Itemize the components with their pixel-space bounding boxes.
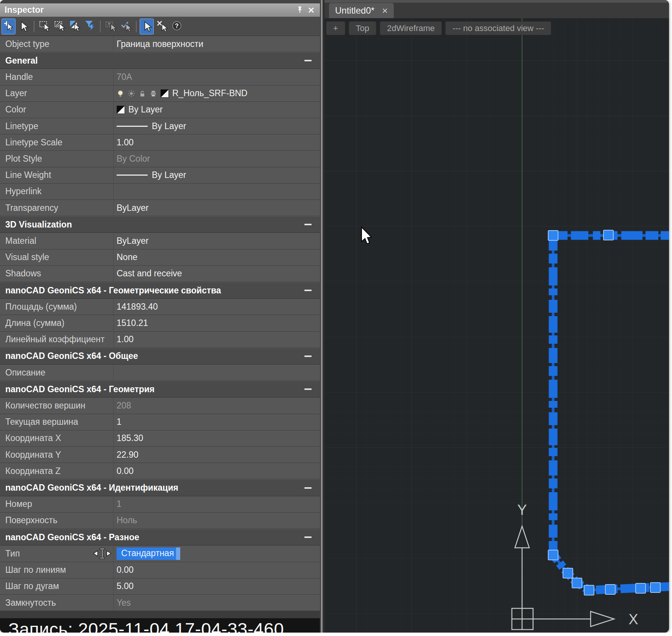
property-value[interactable]: 0.00 — [114, 463, 320, 479]
property-value[interactable]: None — [114, 249, 320, 265]
invert-selection-tool-button[interactable] — [68, 19, 82, 34]
grip-handle[interactable] — [605, 585, 615, 594]
grip-handle[interactable] — [548, 550, 558, 560]
property-value[interactable]: 0.00 — [114, 562, 320, 578]
grip-handle[interactable] — [650, 583, 660, 592]
pointer-tool-button[interactable] — [140, 19, 154, 34]
line-sample-icon — [117, 175, 148, 176]
property-row: ТипСтандартная — [0, 546, 320, 562]
panel-divider[interactable] — [320, 0, 324, 633]
section-header: nanoCAD GeoniCS x64 - Геометрия — [0, 381, 320, 398]
property-value[interactable]: ByLayer — [114, 233, 320, 249]
property-label: Visual style — [0, 249, 114, 265]
viewport-controls: +Top2dWireframe--- no associated view --… — [326, 21, 551, 35]
property-value[interactable]: Cast and receive — [114, 266, 320, 282]
property-value[interactable] — [114, 184, 320, 200]
add-select-tool-button[interactable] — [2, 19, 16, 34]
property-row: Номер1 — [0, 496, 320, 513]
value-text: By Layer — [152, 170, 186, 180]
window-select-tool-button[interactable] — [37, 19, 51, 34]
property-value[interactable]: 5.00 — [114, 578, 320, 594]
help-icon: ? — [172, 20, 183, 33]
help-button[interactable]: ? — [170, 19, 184, 34]
bulb-icon[interactable] — [117, 90, 124, 97]
value-text: 0.00 — [117, 565, 134, 575]
property-value[interactable]: 1 — [114, 414, 320, 430]
collapse-minus-icon[interactable] — [304, 487, 312, 489]
property-label: Длина (сумма) — [0, 315, 114, 331]
grip-handle[interactable] — [563, 568, 573, 578]
property-label: Line Weight — [0, 167, 114, 183]
grip-handle[interactable] — [548, 231, 558, 240]
collapse-minus-icon[interactable] — [304, 536, 312, 538]
add-view-button[interactable]: + — [326, 21, 345, 35]
document-tab-bar: Untitled0* × — [324, 0, 669, 18]
property-label: Площадь (сумма) — [0, 299, 114, 315]
property-label: Шаг по дугам — [0, 578, 114, 594]
property-value[interactable]: Граница поверхности — [114, 36, 320, 52]
crossing-select-tool-button[interactable] — [53, 19, 67, 34]
property-label: Координата Y — [0, 447, 114, 463]
apply-check-tool-button[interactable] — [119, 19, 133, 34]
drawing-viewport[interactable]: +Top2dWireframe--- no associated view --… — [324, 18, 669, 633]
property-value[interactable]: ByLayer — [114, 200, 320, 216]
property-label: Object type — [0, 36, 114, 52]
close-icon[interactable]: × — [382, 7, 388, 14]
property-value[interactable]: 1510.21 — [114, 315, 320, 331]
value-text: 0.00 — [117, 466, 134, 476]
color-swatch — [161, 89, 169, 98]
move-up-tool-button[interactable] — [104, 19, 118, 34]
property-row: Описание — [0, 365, 320, 381]
property-value[interactable]: 22.90 — [114, 447, 320, 463]
ucs-x-label: X — [628, 611, 638, 627]
section-title: 3D Visualization — [0, 220, 72, 230]
apply-check-icon — [120, 20, 132, 33]
section-title: General — [0, 56, 38, 66]
value-text: 22.90 — [117, 450, 139, 460]
property-row: Line WeightBy Layer — [0, 167, 320, 184]
clear-x-tool-button[interactable] — [155, 19, 169, 34]
property-value[interactable]: Стандартная — [114, 546, 320, 561]
lock-icon[interactable] — [139, 90, 146, 97]
section-title: nanoCAD GeoniCS x64 - Геометрия — [0, 384, 154, 394]
property-value[interactable]: By Layer — [114, 102, 320, 118]
property-value: Yes — [114, 595, 320, 611]
cursor-tool-button[interactable] — [17, 19, 31, 34]
grip-handle[interactable] — [636, 583, 645, 593]
property-label: Color — [0, 102, 114, 118]
grip-handle[interactable] — [584, 585, 594, 595]
collapse-minus-icon[interactable] — [304, 224, 312, 225]
collapse-minus-icon[interactable] — [304, 290, 312, 291]
selection-filter-tool-button[interactable] — [83, 19, 97, 34]
visual-style-button[interactable]: 2dWireframe — [380, 21, 442, 35]
property-label: Линейный коэффициент — [0, 332, 114, 348]
value-text: By Layer — [128, 104, 163, 115]
property-row: ЗамкнутостьYes — [0, 595, 320, 611]
collapse-minus-icon[interactable] — [304, 388, 312, 390]
grip-handle[interactable] — [603, 230, 613, 240]
associated-view-button[interactable]: --- no associated view --- — [445, 21, 551, 35]
sun-icon[interactable] — [128, 90, 135, 97]
view-direction-button[interactable]: Top — [349, 21, 376, 35]
tab-untitled0[interactable]: Untitled0* × — [329, 3, 394, 18]
property-value[interactable]: 185.30 — [114, 430, 320, 446]
property-value[interactable]: R_Ноль_SRF-BND — [114, 86, 320, 101]
move-up-icon — [105, 20, 117, 33]
property-value[interactable]: By Layer — [114, 118, 320, 134]
property-value[interactable]: 141893.40 — [114, 299, 320, 315]
property-value[interactable]: By Layer — [114, 167, 320, 183]
property-row: Координата X185.30 — [0, 430, 320, 447]
value-text: R_Ноль_SRF-BND — [172, 88, 248, 98]
grip-handle[interactable] — [572, 578, 582, 588]
pin-icon[interactable] — [295, 5, 305, 15]
printer-icon[interactable] — [150, 90, 157, 97]
collapse-minus-icon[interactable] — [304, 60, 312, 61]
property-value[interactable] — [114, 365, 320, 380]
property-value[interactable]: 1.00 — [114, 332, 320, 348]
value-text: 1510.21 — [117, 318, 148, 328]
inspector-panel: Inspector × ? Object typeГраница поверхн… — [0, 0, 320, 633]
collapse-minus-icon[interactable] — [304, 355, 312, 357]
surface-boundary-polyline[interactable] — [553, 235, 669, 590]
close-icon[interactable]: × — [306, 5, 316, 15]
property-value[interactable]: 1.00 — [114, 134, 320, 150]
